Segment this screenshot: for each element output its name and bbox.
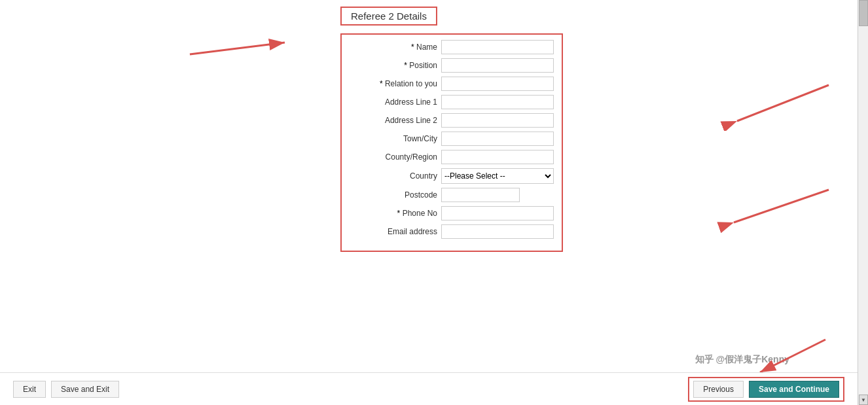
label-phone: * Phone No [350, 209, 441, 218]
save-exit-button[interactable]: Save and Exit [51, 381, 119, 398]
input-relation[interactable] [441, 77, 554, 91]
label-email: Email address [350, 227, 441, 236]
input-postcode[interactable] [441, 188, 520, 202]
field-row-county: County/Region [350, 150, 554, 164]
input-address2[interactable] [441, 113, 554, 128]
save-continue-button[interactable]: Save and Continue [749, 381, 839, 398]
input-name[interactable] [441, 40, 554, 54]
input-county[interactable] [441, 150, 554, 164]
select-country[interactable]: --Please Select -- [441, 168, 554, 184]
svg-line-7 [760, 340, 825, 372]
label-position: * Position [350, 61, 441, 70]
field-row-postcode: Postcode [350, 188, 554, 202]
annotation-arrow-left [183, 29, 295, 62]
field-row-position: * Position [350, 58, 554, 73]
field-row-address1: Address Line 1 [350, 95, 554, 109]
annotation-arrow-right-top [717, 79, 835, 131]
input-town[interactable] [441, 132, 554, 146]
label-postcode: Postcode [350, 190, 441, 200]
input-position[interactable] [441, 58, 554, 73]
input-address1[interactable] [441, 95, 554, 109]
label-address1: Address Line 1 [350, 97, 441, 107]
field-row-country: Country --Please Select -- [350, 168, 554, 184]
svg-line-1 [190, 43, 285, 54]
label-country: Country [350, 171, 441, 181]
page-wrapper: Referee 2 Details [0, 0, 868, 405]
field-row-email: Email address [350, 224, 554, 239]
field-row-name: * Name [350, 40, 554, 54]
label-town: Town/City [350, 134, 441, 143]
button-bar-right: Previous Save and Continue [688, 377, 844, 402]
scrollbar[interactable]: ▲ ▼ [858, 0, 868, 405]
input-phone[interactable] [441, 206, 554, 220]
annotation-arrow-right-middle [711, 183, 842, 242]
label-name: * Name [350, 43, 441, 52]
scrollbar-thumb[interactable] [859, 0, 868, 26]
field-row-relation: * Relation to you [350, 77, 554, 91]
field-row-town: Town/City [350, 132, 554, 146]
main-content: Referee 2 Details [0, 0, 868, 405]
label-address2: Address Line 2 [350, 116, 441, 125]
svg-line-5 [734, 190, 829, 222]
scrollbar-arrow-down[interactable]: ▼ [859, 395, 868, 405]
field-row-phone: * Phone No [350, 206, 554, 220]
form-container: * Name * Position * Relation to you Addr… [340, 33, 563, 252]
button-bar: Exit Save and Exit Previous Save and Con… [0, 372, 858, 405]
form-title: Referee 2 Details [340, 7, 437, 26]
exit-button[interactable]: Exit [13, 381, 46, 398]
button-bar-left: Exit Save and Exit [13, 381, 119, 398]
field-row-address2: Address Line 2 [350, 113, 554, 128]
label-county: County/Region [350, 152, 441, 162]
label-relation: * Relation to you [350, 79, 441, 88]
svg-line-3 [737, 85, 829, 121]
input-email[interactable] [441, 224, 554, 239]
previous-button[interactable]: Previous [693, 381, 744, 398]
